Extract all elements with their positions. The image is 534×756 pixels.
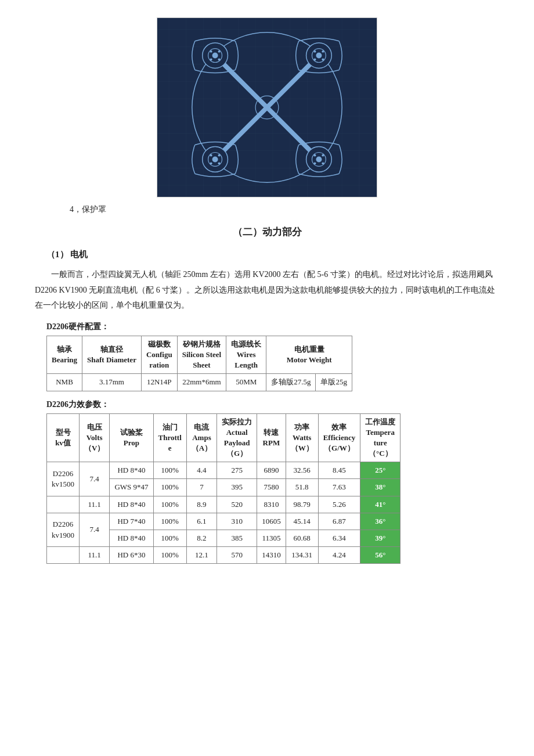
perf-amps-4: 6.1	[186, 513, 217, 530]
svg-point-37	[212, 156, 218, 162]
perf-table-label: D2206力效参数：	[46, 399, 499, 410]
perf-watts-3: 98.79	[286, 496, 318, 513]
perf-col-amps: 电流Amps（A）	[186, 413, 217, 462]
perf-watts-5: 60.68	[286, 530, 318, 547]
hardware-col-bearing: 轴承Bearing	[47, 336, 82, 374]
hardware-col-weight: 电机重量Motor Weight	[266, 336, 352, 374]
svg-point-40	[316, 156, 322, 162]
perf-col-throttle: 油门Throttle	[153, 413, 186, 462]
hardware-col-wirelength: 电源线长WiresLength	[226, 336, 266, 374]
perf-rpm-5: 11305	[257, 530, 286, 547]
perf-amps-1: 4.4	[186, 462, 217, 479]
image-caption: 4，保护罩	[70, 204, 499, 215]
perf-temp-1: 25°	[360, 462, 400, 479]
perf-payload-2: 395	[217, 479, 257, 496]
hardware-poles-val: 12N14P	[141, 374, 177, 391]
svg-point-54	[322, 154, 324, 156]
svg-point-48	[322, 59, 324, 61]
perf-temp-4: 36°	[360, 513, 400, 530]
svg-point-41	[210, 51, 212, 53]
perf-prop-4: HD 7*40	[110, 513, 153, 530]
svg-point-53	[313, 154, 316, 156]
perf-temp-6: 56°	[360, 547, 400, 564]
perf-eff-3: 5.26	[318, 496, 360, 513]
hardware-weight-multi: 多轴版27.5g	[266, 374, 316, 391]
hardware-col-shaft: 轴直径Shaft Diameter	[82, 336, 142, 374]
perf-payload-5: 385	[217, 530, 257, 547]
perf-prop-5: HD 8*40	[110, 530, 153, 547]
svg-point-31	[212, 53, 218, 59]
drone-diagram	[157, 17, 377, 197]
svg-point-46	[322, 51, 324, 53]
perf-eff-1: 8.45	[318, 462, 360, 479]
svg-point-45	[313, 51, 316, 53]
perf-col-efficiency: 效率Efficiency（G/W）	[318, 413, 360, 462]
perf-watts-2: 51.8	[286, 479, 318, 496]
perf-temp-3: 41°	[360, 496, 400, 513]
perf-eff-5: 6.34	[318, 530, 360, 547]
body-text: 一般而言，小型四旋翼无人机（轴距 250mm 左右）选用 KV2000 左右（配…	[35, 267, 499, 314]
perf-amps-2: 7	[186, 479, 217, 496]
perf-throttle-1: 100%	[153, 462, 186, 479]
perf-throttle-2: 100%	[153, 479, 186, 496]
subsection-title: （1） 电机	[46, 249, 499, 260]
perf-prop-6: HD 6*30	[110, 547, 153, 564]
perf-amps-5: 8.2	[186, 530, 217, 547]
perf-rpm-4: 10605	[257, 513, 286, 530]
hardware-weight-single: 单版25g	[316, 374, 352, 391]
hardware-table: 轴承Bearing 轴直径Shaft Diameter 磁极数Configura…	[46, 336, 352, 391]
perf-table: 型号kv值 电压Volts（V） 试验桨Prop 油门Throttle 电流Am…	[46, 413, 400, 564]
perf-rpm-2: 7580	[257, 479, 286, 496]
perf-model-3	[47, 496, 80, 513]
perf-amps-6: 12.1	[186, 547, 217, 564]
svg-point-42	[218, 51, 221, 53]
svg-point-43	[210, 59, 212, 61]
perf-payload-4: 310	[217, 513, 257, 530]
perf-col-rpm: 转速RPM	[257, 413, 286, 462]
perf-throttle-6: 100%	[153, 547, 186, 564]
perf-prop-3: HD 8*40	[110, 496, 153, 513]
perf-volts-4: 7.4	[80, 513, 110, 546]
svg-point-50	[218, 154, 221, 156]
svg-point-51	[210, 162, 212, 164]
perf-volts-1: 7.4	[80, 462, 110, 496]
perf-model-1: D2206kv1500	[47, 462, 80, 496]
section-title: （二）动力部分	[35, 225, 499, 239]
hardware-silicon-val: 22mm*6mm	[177, 374, 226, 391]
hardware-table-label: D2206硬件配置：	[46, 322, 499, 332]
perf-col-prop: 试验桨Prop	[110, 413, 153, 462]
svg-point-55	[313, 162, 316, 164]
perf-col-temp: 工作温度Temperature（°C）	[360, 413, 400, 462]
perf-rpm-3: 8310	[257, 496, 286, 513]
perf-throttle-5: 100%	[153, 530, 186, 547]
perf-volts-6: 11.1	[80, 547, 110, 564]
svg-point-52	[218, 162, 221, 164]
perf-col-model: 型号kv值	[47, 413, 80, 462]
perf-prop-1: HD 8*40	[110, 462, 153, 479]
svg-point-44	[218, 59, 221, 61]
perf-payload-6: 570	[217, 547, 257, 564]
perf-temp-5: 39°	[360, 530, 400, 547]
perf-temp-2: 38°	[360, 479, 400, 496]
perf-amps-3: 8.9	[186, 496, 217, 513]
hardware-bearing-val: NMB	[47, 374, 82, 391]
svg-point-34	[316, 53, 322, 59]
perf-model-6	[47, 547, 80, 564]
perf-throttle-4: 100%	[153, 513, 186, 530]
svg-point-49	[210, 154, 212, 156]
perf-prop-2: GWS 9*47	[110, 479, 153, 496]
perf-eff-4: 6.87	[318, 513, 360, 530]
svg-point-47	[313, 59, 316, 61]
perf-eff-2: 7.63	[318, 479, 360, 496]
perf-col-watts: 功率Watts（W）	[286, 413, 318, 462]
drone-image-section	[35, 17, 499, 197]
hardware-col-poles: 磁极数Configuration	[141, 336, 177, 374]
perf-payload-1: 275	[217, 462, 257, 479]
perf-model-4: D2206kv1900	[47, 513, 80, 546]
perf-col-payload: 实际拉力ActualPayload（G）	[217, 413, 257, 462]
perf-watts-1: 32.56	[286, 462, 318, 479]
perf-col-volts: 电压Volts（V）	[80, 413, 110, 462]
perf-payload-3: 520	[217, 496, 257, 513]
svg-point-56	[322, 162, 324, 164]
perf-rpm-1: 6890	[257, 462, 286, 479]
